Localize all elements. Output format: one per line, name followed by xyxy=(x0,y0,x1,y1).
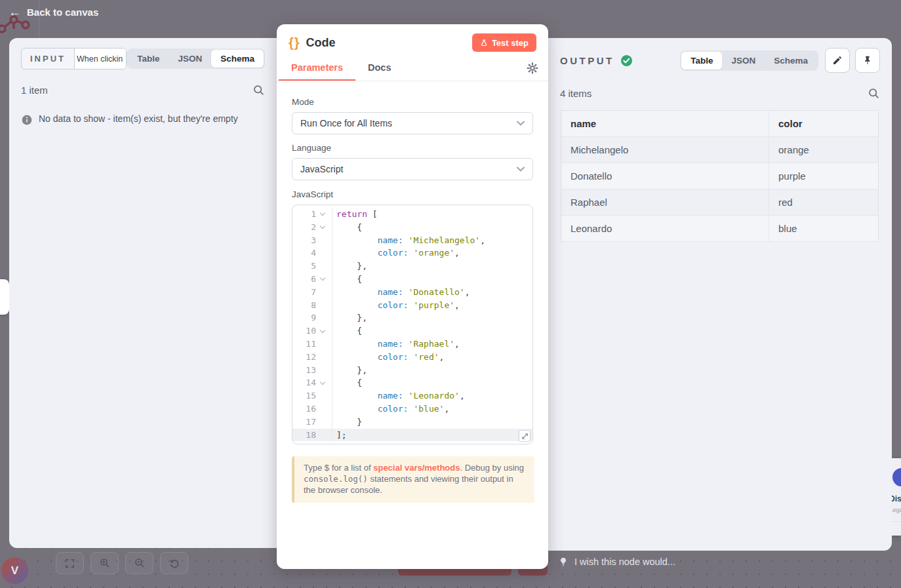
output-items-count: 4 items xyxy=(560,88,591,99)
fold-chevron-icon[interactable] xyxy=(316,376,329,389)
zoom-in-icon xyxy=(99,557,111,569)
code-line-text: { xyxy=(332,273,362,286)
language-label: Language xyxy=(292,143,533,153)
output-tab-schema[interactable]: Schema xyxy=(765,52,817,69)
output-column-name: name xyxy=(561,111,769,137)
table-cell-color: purple xyxy=(769,163,879,189)
code-line-text: }, xyxy=(332,364,367,377)
line-number: 16 xyxy=(292,402,316,416)
fold-chevron-icon[interactable] xyxy=(316,324,329,338)
editor-gutter: 12 xyxy=(292,351,332,364)
output-tab-table[interactable]: Table xyxy=(681,52,722,69)
node-feedback-button[interactable]: I wish this node would... xyxy=(558,555,675,568)
lightbulb-icon xyxy=(558,555,569,568)
chevron-down-icon xyxy=(517,121,525,126)
code-line: 1return [ xyxy=(292,208,532,221)
code-line-text: }, xyxy=(332,311,367,324)
input-tab-schema[interactable]: Schema xyxy=(211,50,264,68)
code-line: 16 color: 'blue', xyxy=(292,402,532,416)
input-source-node-button[interactable]: When clickin xyxy=(74,49,126,69)
code-editor[interactable]: 1return [2 {3 name: 'Michelangelo',4 col… xyxy=(292,205,533,444)
line-number: 15 xyxy=(292,389,316,402)
table-cell-name: Raphael xyxy=(561,189,769,216)
arrow-left-icon: ← xyxy=(9,6,21,18)
input-view-tabs: Table JSON Schema xyxy=(127,49,265,69)
edit-output-button[interactable] xyxy=(825,48,850,73)
editor-gutter: 16 xyxy=(292,402,332,416)
reset-zoom-button[interactable] xyxy=(160,552,188,574)
input-panel: INPUT When clickin Table JSON Schema 1 i… xyxy=(9,38,277,548)
input-tab-table[interactable]: Table xyxy=(128,50,169,68)
line-number: 14 xyxy=(292,376,316,389)
popover-avatar-circle xyxy=(892,468,901,486)
avatar-letter: V xyxy=(11,564,18,578)
code-line-text: { xyxy=(332,221,362,234)
panel-resize-handle[interactable] xyxy=(0,279,9,315)
back-to-canvas-link[interactable]: ← Back to canvas xyxy=(9,6,98,18)
fold-chevron-icon[interactable] xyxy=(316,221,329,234)
editor-gutter: 2 xyxy=(292,221,332,234)
zoom-in-button[interactable] xyxy=(90,552,119,574)
table-cell-name: Leonardo xyxy=(561,216,769,242)
hint-text: Type $ for a list of xyxy=(304,463,373,473)
fold-spacer xyxy=(316,299,329,312)
language-select[interactable]: JavaScript xyxy=(292,158,533,180)
fold-chevron-icon[interactable] xyxy=(316,208,329,221)
code-line: 15 name: 'Leonardo', xyxy=(292,389,532,402)
code-line-text: return [ xyxy=(332,208,378,221)
user-avatar[interactable]: V xyxy=(1,557,28,584)
zoom-to-fit-button[interactable] xyxy=(56,552,84,574)
tab-parameters[interactable]: Parameters xyxy=(279,56,355,81)
node-title: Code xyxy=(306,36,336,50)
fold-spacer xyxy=(316,351,329,364)
code-line: 10 { xyxy=(292,324,532,338)
code-line: 12 color: 'red', xyxy=(292,351,532,364)
code-line: 14 { xyxy=(292,376,532,389)
output-panel: OUTPUT Table JSON Schema 4 items n xyxy=(548,38,892,551)
mode-label: Mode xyxy=(292,97,533,107)
table-cell-name: Michelangelo xyxy=(561,137,769,163)
language-select-value: JavaScript xyxy=(300,164,343,174)
fold-spacer xyxy=(316,260,329,273)
editor-resize-handle[interactable] xyxy=(519,430,531,442)
output-tab-json[interactable]: JSON xyxy=(722,52,765,69)
test-step-button[interactable]: Test step xyxy=(472,33,536,52)
editor-gutter: 4 xyxy=(292,246,332,260)
gear-icon[interactable] xyxy=(527,62,538,74)
code-line: 8 color: 'purple', xyxy=(292,299,532,312)
code-line: 17 } xyxy=(292,416,532,429)
line-number: 9 xyxy=(292,311,316,324)
editor-gutter: 13 xyxy=(292,364,332,377)
info-icon xyxy=(21,114,33,126)
search-icon[interactable] xyxy=(868,87,880,100)
pin-data-button[interactable] xyxy=(855,48,880,73)
special-vars-link[interactable]: special vars/methods xyxy=(373,463,460,473)
code-line-text: name: 'Raphael', xyxy=(332,338,460,351)
code-line-text: { xyxy=(332,324,362,338)
table-cell-color: blue xyxy=(769,216,879,242)
back-to-canvas-label: Back to canvas xyxy=(27,7,98,18)
code-line-text: name: 'Leonardo', xyxy=(332,389,465,402)
fold-chevron-icon[interactable] xyxy=(316,273,329,286)
editor-label: JavaScript xyxy=(292,189,533,199)
mode-select[interactable]: Run Once for All Items xyxy=(292,112,533,134)
success-check-icon xyxy=(620,54,633,67)
code-line-text: name: 'Donatello', xyxy=(332,286,470,299)
line-number: 8 xyxy=(292,299,316,312)
zoom-out-button[interactable] xyxy=(125,552,153,574)
tab-docs[interactable]: Docs xyxy=(355,56,403,81)
input-empty-notice: No data to show - item(s) exist, but the… xyxy=(9,113,277,126)
input-tab-json[interactable]: JSON xyxy=(169,50,211,68)
fold-spacer xyxy=(316,402,329,416)
editor-gutter: 8 xyxy=(292,299,332,312)
search-icon[interactable] xyxy=(252,84,265,96)
editor-hint-box: Type $ for a list of special vars/method… xyxy=(292,456,534,503)
editor-gutter: 10 xyxy=(292,324,332,338)
line-number: 1 xyxy=(292,208,316,221)
flask-icon xyxy=(480,39,488,47)
node-feedback-label: I wish this node would... xyxy=(574,557,675,567)
table-row: Michelangeloorange xyxy=(561,137,879,163)
line-number: 3 xyxy=(292,234,316,247)
editor-gutter: 3 xyxy=(292,234,332,247)
line-number: 13 xyxy=(292,364,316,377)
